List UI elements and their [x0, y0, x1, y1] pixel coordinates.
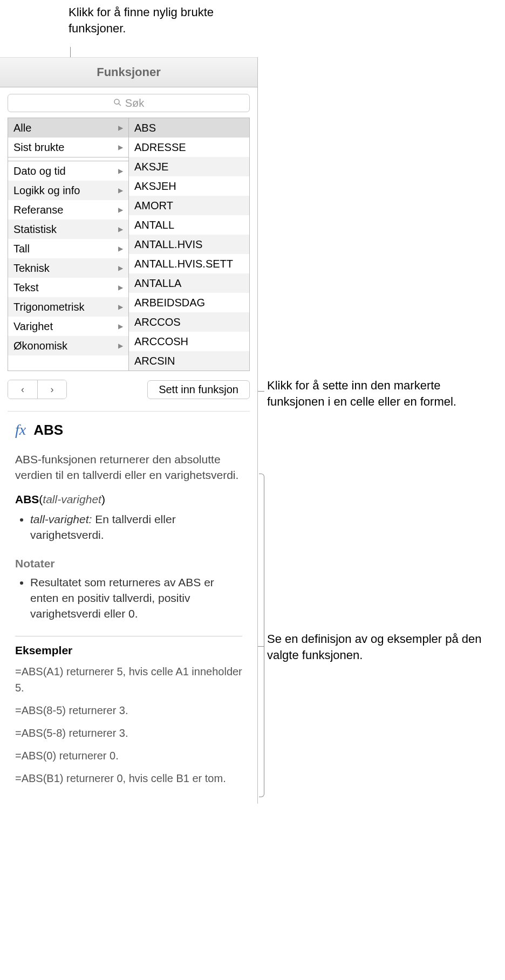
function-arcsin[interactable]: ARCSIN — [129, 351, 249, 371]
function-label: AKSJEH — [134, 180, 176, 193]
function-antall-hvis-sett[interactable]: ANTALL.HVIS.SETT — [129, 254, 249, 273]
functions-panel: Funksjoner Søk Alle▶ Sist brukte▶ Dato o… — [0, 57, 258, 804]
function-abs[interactable]: ABS — [129, 118, 249, 138]
category-label: Statistisk — [13, 223, 57, 236]
category-label: Teknisk — [13, 262, 50, 275]
example-item: =ABS(B1) returnerer 0, hvis celle B1 er … — [15, 770, 242, 786]
chevron-right-icon: ▶ — [118, 187, 123, 194]
syntax-fn-name: ABS — [15, 493, 39, 505]
syntax-param: tall-varighet — [43, 493, 101, 505]
chevron-right-icon: ▶ — [118, 303, 123, 311]
svg-line-1 — [119, 104, 121, 106]
notes-title: Notater — [15, 557, 242, 570]
chevron-left-icon: ‹ — [21, 384, 24, 395]
function-arccos[interactable]: ARCCOS — [129, 312, 249, 332]
function-antalla[interactable]: ANTALLA — [129, 273, 249, 293]
category-label: Tall — [13, 243, 30, 255]
function-name: ABS — [33, 422, 63, 438]
chevron-right-icon: ▶ — [118, 284, 123, 291]
function-label: AKSJE — [134, 161, 168, 173]
function-antall-hvis[interactable]: ANTALL.HVIS — [129, 235, 249, 254]
callout-bracket — [259, 474, 264, 797]
function-label: ADRESSE — [134, 141, 186, 154]
chevron-right-icon: ▶ — [118, 245, 123, 252]
function-label: ANTALLA — [134, 277, 181, 290]
category-label: Alle — [13, 122, 31, 134]
category-label: Referanse — [13, 204, 63, 216]
chevron-right-icon: ▶ — [118, 143, 123, 151]
example-item: =ABS(5-8) returnerer 3. — [15, 725, 242, 741]
example-item: =ABS(8-5) returnerer 3. — [15, 702, 242, 718]
examples-title: Eksempler — [15, 636, 242, 657]
notes-item: Resultatet som returneres av ABS er ente… — [30, 574, 242, 622]
function-label: ANTALL — [134, 219, 174, 231]
function-detail: fx ABS ABS-funksjonen returnerer den abs… — [0, 412, 257, 804]
function-aksjeh[interactable]: AKSJEH — [129, 176, 249, 196]
category-label: Økonomisk — [13, 340, 67, 352]
nav-back-button[interactable]: ‹ — [8, 380, 37, 399]
insert-function-button[interactable]: Sett inn funksjon — [147, 380, 250, 399]
function-antall[interactable]: ANTALL — [129, 215, 249, 235]
category-column: Alle▶ Sist brukte▶ Dato og tid▶ Logikk o… — [8, 118, 129, 371]
category-label: Logikk og info — [13, 184, 80, 197]
search-input[interactable]: Søk — [8, 94, 250, 112]
param-item-name: tall-varighet: — [30, 513, 92, 525]
function-label: ARCSIN — [134, 355, 175, 367]
function-amort[interactable]: AMORT — [129, 196, 249, 215]
category-trigonometrisk[interactable]: Trigonometrisk▶ — [8, 297, 128, 317]
category-okonomisk[interactable]: Økonomisk▶ — [8, 336, 128, 355]
category-statistisk[interactable]: Statistisk▶ — [8, 220, 128, 239]
chevron-right-icon: ▶ — [118, 323, 123, 330]
example-item: =ABS(A1) returnerer 5, hvis celle A1 inn… — [15, 663, 242, 696]
function-label: ARCCOS — [134, 316, 181, 328]
category-label: Sist brukte — [13, 141, 64, 154]
function-column: ABS ADRESSE AKSJE AKSJEH AMORT ANTALL AN… — [129, 118, 249, 371]
category-alle[interactable]: Alle▶ — [8, 118, 128, 138]
function-arccosh[interactable]: ARCCOSH — [129, 332, 249, 351]
category-label: Varighet — [13, 320, 53, 333]
notes-list: Resultatet som returneres av ABS er ente… — [15, 574, 242, 622]
category-tall[interactable]: Tall▶ — [8, 239, 128, 258]
annotation-top: Klikk for å finne nylig brukte funksjone… — [69, 4, 263, 36]
category-label: Dato og tid — [13, 165, 66, 177]
svg-point-0 — [114, 99, 119, 104]
nav-forward-button[interactable]: › — [37, 380, 66, 399]
category-dato-og-tid[interactable]: Dato og tid▶ — [8, 161, 128, 181]
function-description: ABS-funksjonen returnerer den absolutte … — [15, 451, 242, 483]
panel-title: Funksjoner — [0, 57, 257, 87]
category-separator — [8, 157, 128, 161]
chevron-right-icon: ▶ — [118, 206, 123, 214]
chevron-right-icon: ▶ — [118, 342, 123, 349]
annotation-insert: Klikk for å sette inn den markerte funks… — [267, 378, 494, 409]
category-teknisk[interactable]: Teknisk▶ — [8, 258, 128, 278]
chevron-right-icon: ▶ — [118, 167, 123, 175]
category-tekst[interactable]: Tekst▶ — [8, 278, 128, 297]
example-item: =ABS(0) returnerer 0. — [15, 748, 242, 764]
function-aksje[interactable]: AKSJE — [129, 157, 249, 176]
function-browser: Alle▶ Sist brukte▶ Dato og tid▶ Logikk o… — [8, 118, 250, 371]
param-item: tall-varighet: En tallverdi eller varigh… — [30, 511, 242, 543]
function-label: ABS — [134, 122, 156, 134]
function-arbeidsdag[interactable]: ARBEIDSDAG — [129, 293, 249, 312]
function-label: ANTALL.HVIS.SETT — [134, 258, 233, 270]
nav-buttons: ‹ › — [8, 380, 67, 399]
chevron-right-icon: ▶ — [118, 264, 123, 272]
under-browser-bar: ‹ › Sett inn funksjon — [0, 371, 257, 405]
category-varighet[interactable]: Varighet▶ — [8, 317, 128, 336]
function-label: ANTALL.HVIS — [134, 238, 202, 251]
function-label: ARBEIDSDAG — [134, 297, 205, 309]
search-placeholder: Søk — [125, 97, 145, 109]
function-adresse[interactable]: ADRESSE — [129, 138, 249, 157]
fx-icon: fx — [15, 421, 26, 438]
function-label: AMORT — [134, 200, 173, 212]
function-title-row: fx ABS — [15, 421, 242, 438]
search-icon — [113, 98, 122, 108]
category-label: Trigonometrisk — [13, 301, 85, 313]
category-referanse[interactable]: Referanse▶ — [8, 200, 128, 220]
chevron-right-icon: › — [51, 384, 54, 395]
annotation-detail: Se en definisjon av og eksempler på den … — [267, 631, 494, 663]
category-logikk-og-info[interactable]: Logikk og info▶ — [8, 181, 128, 200]
search-wrap: Søk — [0, 87, 257, 118]
function-syntax: ABS(tall-varighet) — [15, 493, 242, 506]
category-sist-brukte[interactable]: Sist brukte▶ — [8, 138, 128, 157]
